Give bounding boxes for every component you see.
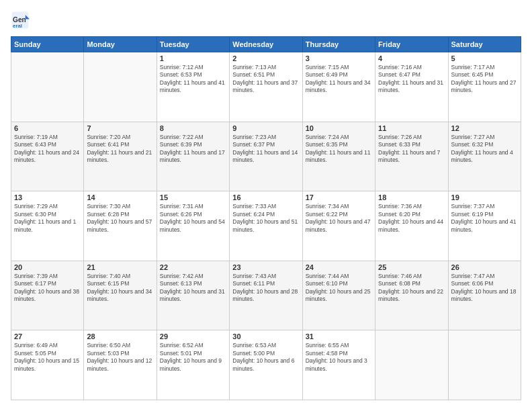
day-number: 28: [87, 332, 153, 340]
calendar-cell: 12Sunrise: 7:27 AM Sunset: 6:32 PM Dayli…: [448, 122, 521, 191]
header: Gen eral: [11, 11, 521, 30]
calendar-cell: 27Sunrise: 6:49 AM Sunset: 5:05 PM Dayli…: [11, 330, 84, 400]
day-number: 14: [87, 193, 153, 201]
weekday-thursday: Thursday: [302, 37, 375, 52]
day-number: 25: [378, 263, 445, 271]
calendar-cell: 14Sunrise: 7:30 AM Sunset: 6:28 PM Dayli…: [84, 191, 157, 261]
day-number: 11: [378, 124, 445, 132]
day-number: 3: [306, 54, 372, 62]
day-info: Sunrise: 7:23 AM Sunset: 6:37 PM Dayligh…: [232, 134, 299, 165]
day-info: Sunrise: 7:12 AM Sunset: 6:53 PM Dayligh…: [160, 64, 226, 95]
day-number: 31: [306, 332, 372, 340]
calendar-week-3: 13Sunrise: 7:29 AM Sunset: 6:30 PM Dayli…: [11, 191, 521, 261]
calendar-cell: 18Sunrise: 7:36 AM Sunset: 6:20 PM Dayli…: [375, 191, 448, 261]
day-number: 22: [160, 263, 226, 271]
calendar-cell: 1Sunrise: 7:12 AM Sunset: 6:53 PM Daylig…: [157, 52, 229, 122]
day-number: 27: [14, 332, 81, 340]
calendar-cell: 2Sunrise: 7:13 AM Sunset: 6:51 PM Daylig…: [230, 52, 302, 122]
day-info: Sunrise: 7:37 AM Sunset: 6:19 PM Dayligh…: [451, 203, 518, 234]
calendar-cell: 20Sunrise: 7:39 AM Sunset: 6:17 PM Dayli…: [11, 261, 84, 330]
calendar-cell: 4Sunrise: 7:16 AM Sunset: 6:47 PM Daylig…: [375, 52, 448, 122]
calendar-cell: 19Sunrise: 7:37 AM Sunset: 6:19 PM Dayli…: [448, 191, 521, 261]
day-info: Sunrise: 7:44 AM Sunset: 6:10 PM Dayligh…: [306, 273, 372, 304]
day-number: 21: [87, 263, 153, 271]
day-info: Sunrise: 7:15 AM Sunset: 6:49 PM Dayligh…: [306, 64, 372, 95]
calendar-cell: [11, 52, 84, 122]
calendar-cell: 17Sunrise: 7:34 AM Sunset: 6:22 PM Dayli…: [302, 191, 375, 261]
calendar-cell: 3Sunrise: 7:15 AM Sunset: 6:49 PM Daylig…: [302, 52, 375, 122]
day-info: Sunrise: 7:40 AM Sunset: 6:15 PM Dayligh…: [87, 273, 153, 304]
day-number: 20: [14, 263, 81, 271]
day-number: 1: [160, 54, 226, 62]
day-number: 15: [160, 193, 226, 201]
weekday-monday: Monday: [84, 37, 157, 52]
day-info: Sunrise: 7:20 AM Sunset: 6:41 PM Dayligh…: [87, 134, 153, 165]
day-info: Sunrise: 7:29 AM Sunset: 6:30 PM Dayligh…: [14, 203, 81, 234]
calendar-cell: 25Sunrise: 7:46 AM Sunset: 6:08 PM Dayli…: [375, 261, 448, 330]
weekday-tuesday: Tuesday: [157, 37, 229, 52]
calendar-cell: 30Sunrise: 6:53 AM Sunset: 5:00 PM Dayli…: [230, 330, 302, 400]
calendar-table: SundayMondayTuesdayWednesdayThursdayFrid…: [11, 36, 521, 400]
day-number: 4: [378, 54, 445, 62]
day-number: 26: [451, 263, 518, 271]
day-number: 17: [306, 193, 372, 201]
day-number: 10: [306, 124, 372, 132]
day-info: Sunrise: 7:17 AM Sunset: 6:45 PM Dayligh…: [451, 64, 518, 95]
calendar-cell: [448, 330, 521, 400]
day-info: Sunrise: 6:49 AM Sunset: 5:05 PM Dayligh…: [14, 342, 81, 373]
calendar-cell: 29Sunrise: 6:52 AM Sunset: 5:01 PM Dayli…: [157, 330, 229, 400]
day-number: 16: [232, 193, 299, 201]
calendar-cell: 5Sunrise: 7:17 AM Sunset: 6:45 PM Daylig…: [448, 52, 521, 122]
calendar-cell: 10Sunrise: 7:24 AM Sunset: 6:35 PM Dayli…: [302, 122, 375, 191]
day-info: Sunrise: 7:26 AM Sunset: 6:33 PM Dayligh…: [378, 134, 445, 165]
svg-text:eral: eral: [13, 23, 22, 29]
day-number: 24: [306, 263, 372, 271]
logo: Gen eral: [11, 11, 32, 30]
calendar-cell: 15Sunrise: 7:31 AM Sunset: 6:26 PM Dayli…: [157, 191, 229, 261]
calendar-week-1: 1Sunrise: 7:12 AM Sunset: 6:53 PM Daylig…: [11, 52, 521, 122]
day-number: 13: [14, 193, 81, 201]
day-info: Sunrise: 6:53 AM Sunset: 5:00 PM Dayligh…: [232, 342, 299, 373]
day-info: Sunrise: 7:36 AM Sunset: 6:20 PM Dayligh…: [378, 203, 445, 234]
day-number: 5: [451, 54, 518, 62]
calendar-cell: 31Sunrise: 6:55 AM Sunset: 4:58 PM Dayli…: [302, 330, 375, 400]
day-number: 7: [87, 124, 153, 132]
calendar-cell: 9Sunrise: 7:23 AM Sunset: 6:37 PM Daylig…: [230, 122, 302, 191]
day-info: Sunrise: 7:24 AM Sunset: 6:35 PM Dayligh…: [306, 134, 372, 165]
calendar-week-2: 6Sunrise: 7:19 AM Sunset: 6:43 PM Daylig…: [11, 122, 521, 191]
day-number: 12: [451, 124, 518, 132]
calendar-cell: 6Sunrise: 7:19 AM Sunset: 6:43 PM Daylig…: [11, 122, 84, 191]
day-info: Sunrise: 7:39 AM Sunset: 6:17 PM Dayligh…: [14, 273, 81, 304]
weekday-wednesday: Wednesday: [230, 37, 302, 52]
weekday-sunday: Sunday: [11, 37, 84, 52]
day-number: 29: [160, 332, 226, 340]
day-info: Sunrise: 7:22 AM Sunset: 6:39 PM Dayligh…: [160, 134, 226, 165]
day-number: 19: [451, 193, 518, 201]
calendar-cell: [84, 52, 157, 122]
weekday-header-row: SundayMondayTuesdayWednesdayThursdayFrid…: [11, 37, 521, 52]
calendar-cell: 13Sunrise: 7:29 AM Sunset: 6:30 PM Dayli…: [11, 191, 84, 261]
day-info: Sunrise: 7:34 AM Sunset: 6:22 PM Dayligh…: [306, 203, 372, 234]
calendar-cell: 24Sunrise: 7:44 AM Sunset: 6:10 PM Dayli…: [302, 261, 375, 330]
calendar-cell: 26Sunrise: 7:47 AM Sunset: 6:06 PM Dayli…: [448, 261, 521, 330]
calendar-cell: 11Sunrise: 7:26 AM Sunset: 6:33 PM Dayli…: [375, 122, 448, 191]
day-number: 23: [232, 263, 299, 271]
day-info: Sunrise: 7:16 AM Sunset: 6:47 PM Dayligh…: [378, 64, 445, 95]
day-info: Sunrise: 7:27 AM Sunset: 6:32 PM Dayligh…: [451, 134, 518, 165]
day-info: Sunrise: 7:19 AM Sunset: 6:43 PM Dayligh…: [14, 134, 81, 165]
calendar-week-5: 27Sunrise: 6:49 AM Sunset: 5:05 PM Dayli…: [11, 330, 521, 400]
day-info: Sunrise: 7:42 AM Sunset: 6:13 PM Dayligh…: [160, 273, 226, 304]
calendar-cell: 21Sunrise: 7:40 AM Sunset: 6:15 PM Dayli…: [84, 261, 157, 330]
day-info: Sunrise: 7:46 AM Sunset: 6:08 PM Dayligh…: [378, 273, 445, 304]
day-info: Sunrise: 6:55 AM Sunset: 4:58 PM Dayligh…: [306, 342, 372, 373]
weekday-saturday: Saturday: [448, 37, 521, 52]
calendar-cell: 7Sunrise: 7:20 AM Sunset: 6:41 PM Daylig…: [84, 122, 157, 191]
day-info: Sunrise: 7:43 AM Sunset: 6:11 PM Dayligh…: [232, 273, 299, 304]
day-info: Sunrise: 7:30 AM Sunset: 6:28 PM Dayligh…: [87, 203, 153, 234]
day-number: 6: [14, 124, 81, 132]
day-number: 9: [232, 124, 299, 132]
day-info: Sunrise: 6:52 AM Sunset: 5:01 PM Dayligh…: [160, 342, 226, 373]
logo-icon: Gen eral: [11, 11, 30, 30]
calendar-cell: 28Sunrise: 6:50 AM Sunset: 5:03 PM Dayli…: [84, 330, 157, 400]
day-number: 18: [378, 193, 445, 201]
